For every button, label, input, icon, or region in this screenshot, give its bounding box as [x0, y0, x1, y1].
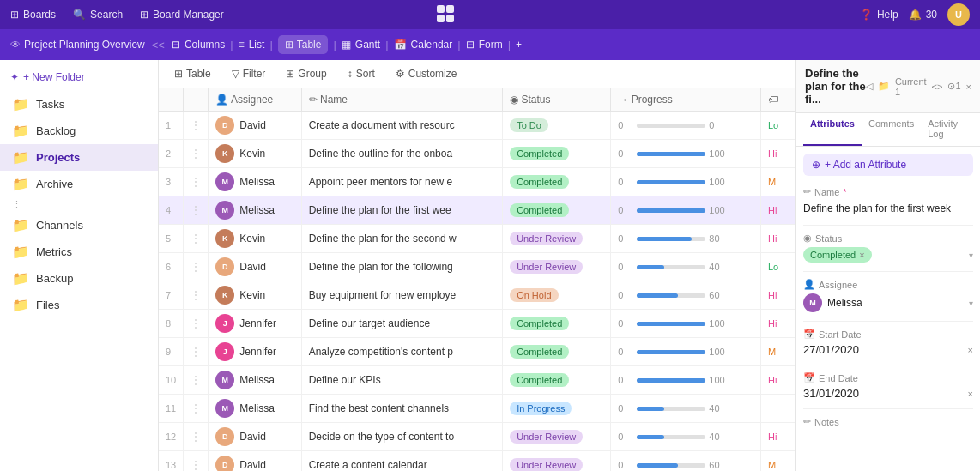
table-row[interactable]: 3⋮MMelissaAppoint peer mentors for new e… — [159, 168, 795, 196]
row-name[interactable]: Define the plan for the following — [301, 253, 503, 281]
row-name[interactable]: Define the plan for the first wee — [301, 196, 503, 225]
row-drag-handle[interactable]: ⋮ — [184, 225, 209, 253]
row-status[interactable]: Under Review — [503, 423, 611, 451]
row-name[interactable]: Create a content calendar — [301, 451, 503, 472]
table-row[interactable]: 10⋮MMelissaDefine our KPIsCompleted0100H… — [159, 366, 795, 395]
row-drag-handle[interactable]: ⋮ — [184, 451, 209, 472]
start-date-clear-btn[interactable]: × — [968, 345, 973, 355]
row-status[interactable]: Under Review — [503, 225, 611, 253]
tab-comments[interactable]: Comments — [862, 113, 921, 146]
progress-track[interactable] — [637, 293, 705, 298]
code-icon[interactable]: <> — [932, 82, 943, 92]
table-row[interactable]: 12⋮DDavidDecide on the type of content t… — [159, 423, 795, 451]
row-name[interactable]: Define our target audience — [301, 310, 503, 338]
help-btn[interactable]: ❓ Help — [860, 9, 898, 21]
table-btn[interactable]: ⊞ Table — [278, 35, 329, 54]
row-status[interactable]: Completed — [503, 338, 611, 366]
name-attr-value[interactable]: Define the plan for the first week — [803, 201, 973, 216]
row-name[interactable]: Buy equipment for new employe — [301, 281, 503, 310]
table-view-btn[interactable]: ⊞ Table — [169, 65, 216, 82]
row-name[interactable]: Decide on the type of content to — [301, 423, 503, 451]
table-row[interactable]: 1⋮DDavidCreate a document with resourcTo… — [159, 112, 795, 140]
row-drag-handle[interactable]: ⋮ — [184, 423, 209, 451]
columns-btn[interactable]: ⊟ Columns — [172, 39, 225, 51]
progress-track[interactable] — [637, 265, 705, 269]
form-btn[interactable]: ⊟ Form — [466, 39, 503, 51]
sidebar-item-files[interactable]: 📁 Files — [0, 292, 158, 318]
row-status[interactable]: To Do — [503, 112, 611, 140]
tab-attributes[interactable]: Attributes — [803, 113, 862, 146]
sidebar-item-channels[interactable]: 📁 Channels — [0, 212, 158, 239]
row-drag-handle[interactable]: ⋮ — [184, 338, 209, 366]
progress-track[interactable] — [637, 378, 705, 383]
row-drag-handle[interactable]: ⋮ — [184, 168, 209, 196]
progress-track[interactable] — [637, 350, 705, 354]
row-name[interactable]: Analyze competition's content p — [301, 338, 503, 366]
sidebar-item-backlog[interactable]: 📁 Backlog — [0, 118, 158, 144]
progress-track[interactable] — [637, 180, 705, 184]
table-row[interactable]: 2⋮KKevinDefine the outline for the onboa… — [159, 140, 795, 168]
progress-track[interactable] — [637, 124, 705, 128]
calendar-btn[interactable]: 📅 Calendar — [394, 39, 453, 51]
row-name[interactable]: Appoint peer mentors for new e — [301, 168, 503, 196]
row-status[interactable]: In Progress — [503, 395, 611, 423]
row-status[interactable]: On Hold — [503, 281, 611, 310]
project-title[interactable]: Project Planning Overview — [24, 39, 145, 51]
row-drag-handle[interactable]: ⋮ — [184, 395, 209, 423]
row-drag-handle[interactable]: ⋮ — [184, 112, 209, 140]
user-avatar[interactable]: U — [947, 3, 970, 26]
end-date-clear-btn[interactable]: × — [968, 389, 973, 399]
table-row[interactable]: 13⋮DDavidCreate a content calendarUnder … — [159, 451, 795, 472]
end-date-value[interactable]: 31/01/2020 — [803, 387, 859, 400]
row-drag-handle[interactable]: ⋮ — [184, 281, 209, 310]
chevron-down-icon[interactable]: ▾ — [969, 251, 973, 260]
back-btn[interactable]: ◁ — [866, 81, 873, 92]
tab-activity-log[interactable]: Activity Log — [921, 113, 973, 146]
progress-track[interactable] — [637, 435, 705, 439]
row-drag-handle[interactable]: ⋮ — [184, 140, 209, 168]
add-attribute-button[interactable]: ⊕ + Add an Attribute — [803, 154, 973, 176]
sidebar-item-projects[interactable]: 📁 Projects — [0, 144, 158, 171]
row-status[interactable]: Completed — [503, 366, 611, 395]
sidebar-item-archive[interactable]: 📁 Archive — [0, 171, 158, 197]
assignee-chevron-icon[interactable]: ▾ — [969, 299, 973, 308]
table-row[interactable]: 4⋮MMelissaDefine the plan for the first … — [159, 196, 795, 225]
status-chip[interactable]: Completed × — [803, 247, 872, 263]
sort-btn[interactable]: ↕ Sort — [342, 65, 380, 82]
table-row[interactable]: 5⋮KKevinDefine the plan for the second w… — [159, 225, 795, 253]
table-row[interactable]: 6⋮DDavidDefine the plan for the followin… — [159, 253, 795, 281]
row-drag-handle[interactable]: ⋮ — [184, 196, 209, 225]
row-name[interactable]: Find the best content channels — [301, 395, 503, 423]
close-panel-btn[interactable]: × — [966, 82, 971, 92]
progress-track[interactable] — [637, 407, 705, 411]
progress-track[interactable] — [637, 237, 705, 241]
row-name[interactable]: Create a document with resourc — [301, 112, 503, 140]
row-name[interactable]: Define the outline for the onboa — [301, 140, 503, 168]
row-name[interactable]: Define our KPIs — [301, 366, 503, 395]
boards-nav[interactable]: ⊞ Boards — [10, 9, 56, 21]
table-row[interactable]: 7⋮KKevinBuy equipment for new employeOn … — [159, 281, 795, 310]
gantt-btn[interactable]: ▦ Gantt — [342, 39, 380, 51]
row-status[interactable]: Completed — [503, 140, 611, 168]
sidebar-item-metrics[interactable]: 📁 Metrics — [0, 239, 158, 265]
row-drag-handle[interactable]: ⋮ — [184, 310, 209, 338]
add-view-btn[interactable]: + — [516, 39, 522, 51]
row-name[interactable]: Define the plan for the second w — [301, 225, 503, 253]
row-status[interactable]: Under Review — [503, 253, 611, 281]
search-nav[interactable]: 🔍 Search — [73, 9, 123, 21]
table-row[interactable]: 9⋮JJenniferAnalyze competition's content… — [159, 338, 795, 366]
row-status[interactable]: Under Review — [503, 451, 611, 472]
progress-track[interactable] — [637, 463, 705, 468]
new-folder-button[interactable]: ✦ + New Folder — [0, 67, 158, 88]
list-btn[interactable]: ≡ List — [239, 39, 265, 51]
table-row[interactable]: 8⋮JJenniferDefine our target audienceCom… — [159, 310, 795, 338]
row-drag-handle[interactable]: ⋮ — [184, 253, 209, 281]
table-row[interactable]: 11⋮MMelissaFind the best content channel… — [159, 395, 795, 423]
board-manager-nav[interactable]: ⊞ Board Manager — [140, 9, 224, 21]
status-remove-btn[interactable]: × — [859, 250, 864, 260]
row-status[interactable]: Completed — [503, 310, 611, 338]
progress-track[interactable] — [637, 208, 705, 213]
start-date-value[interactable]: 27/01/2020 — [803, 343, 859, 356]
row-drag-handle[interactable]: ⋮ — [184, 366, 209, 395]
filter-btn[interactable]: ▽ Filter — [227, 65, 271, 82]
